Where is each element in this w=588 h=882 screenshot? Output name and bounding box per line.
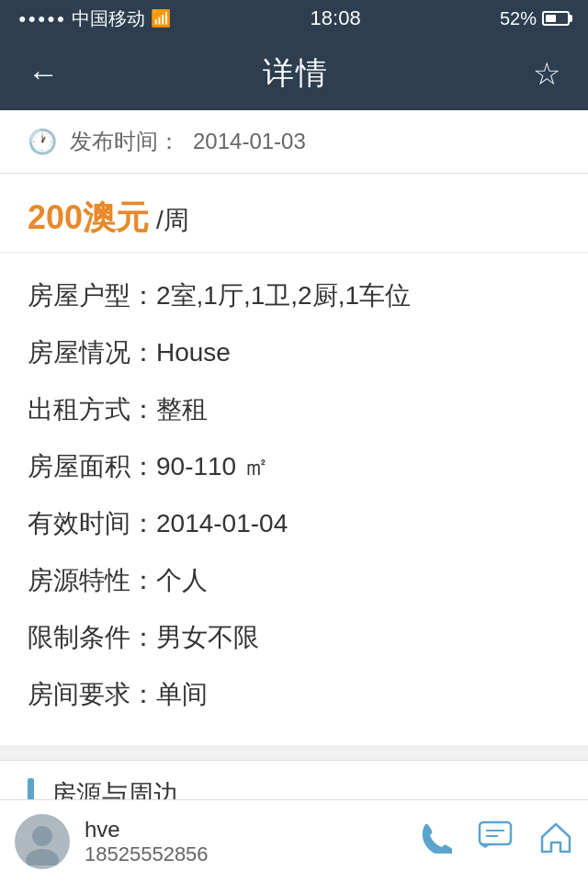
publish-bar: 🕐 发布时间： 2014-01-03 — [0, 110, 588, 174]
bottom-actions — [419, 820, 573, 862]
detail-label-0: 房屋户型： — [28, 277, 156, 315]
detail-label-2: 出租方式： — [28, 390, 156, 429]
user-info: hve 18525552856 — [70, 817, 419, 866]
detail-value-5: 个人 — [156, 561, 560, 600]
battery-percent: 52% — [500, 8, 537, 29]
detail-label-4: 有效时间： — [28, 504, 156, 543]
svg-point-0 — [32, 826, 52, 846]
detail-row-2: 出租方式： 整租 — [28, 381, 560, 438]
avatar — [15, 814, 70, 869]
status-time: 18:08 — [311, 6, 361, 30]
detail-row-4: 有效时间： 2014-01-04 — [28, 495, 560, 552]
header: ← 详情 ☆ — [0, 37, 588, 110]
publish-date: 2014-01-03 — [193, 129, 306, 154]
detail-value-3: 90-110 ㎡ — [156, 447, 560, 486]
detail-label-1: 房屋情况： — [28, 334, 156, 372]
detail-label-5: 房源特性： — [28, 561, 156, 600]
detail-row-3: 房屋面积： 90-110 ㎡ — [28, 438, 560, 495]
detail-value-0: 2室,1厅,1卫,2厨,1车位 — [156, 277, 560, 315]
home-button[interactable] — [538, 820, 573, 862]
favorite-button[interactable]: ☆ — [533, 55, 560, 92]
detail-value-4: 2014-01-04 — [156, 504, 560, 543]
back-button[interactable]: ← — [28, 56, 59, 92]
call-button[interactable] — [419, 820, 452, 862]
detail-label-3: 房屋面积： — [28, 447, 156, 486]
detail-row-7: 房间要求： 单间 — [28, 666, 560, 723]
bottom-bar: hve 18525552856 — [0, 799, 588, 882]
status-left: ●●●●● 中国移动 📶 — [18, 6, 171, 31]
signal-dots: ●●●●● — [18, 11, 66, 26]
status-bar: ●●●●● 中国移动 📶 18:08 52% — [0, 0, 588, 37]
status-right: 52% — [500, 8, 570, 29]
details-section: 房屋户型： 2室,1厅,1卫,2厨,1车位 房屋情况： House 出租方式： … — [0, 253, 588, 745]
publish-label: 发布时间： — [70, 127, 180, 156]
message-button[interactable] — [478, 820, 513, 862]
detail-row-0: 房屋户型： 2室,1厅,1卫,2厨,1车位 — [28, 267, 560, 324]
detail-value-2: 整租 — [156, 390, 560, 429]
detail-label-6: 限制条件： — [28, 618, 156, 657]
svg-point-1 — [26, 849, 59, 865]
price-amount: 200澳元 — [28, 196, 149, 241]
price-section: 200澳元 /周 — [0, 174, 588, 253]
detail-row-5: 房源特性： 个人 — [28, 552, 560, 609]
detail-value-6: 男女不限 — [156, 618, 560, 657]
detail-row-6: 限制条件： 男女不限 — [28, 609, 560, 666]
battery-icon — [542, 11, 570, 26]
detail-label-7: 房间要求： — [28, 675, 156, 714]
svg-rect-2 — [480, 822, 511, 844]
detail-row-1: 房屋情况： House — [28, 324, 560, 381]
phone-label: 18525552856 — [85, 842, 404, 866]
page-title: 详情 — [263, 52, 329, 95]
wifi-icon: 📶 — [151, 8, 171, 28]
price-unit: /周 — [156, 203, 189, 238]
detail-value-7: 单间 — [156, 675, 560, 714]
clock-icon: 🕐 — [28, 128, 57, 156]
carrier-label: 中国移动 — [72, 6, 145, 31]
detail-value-1: House — [156, 334, 560, 372]
username-label: hve — [85, 817, 404, 842]
